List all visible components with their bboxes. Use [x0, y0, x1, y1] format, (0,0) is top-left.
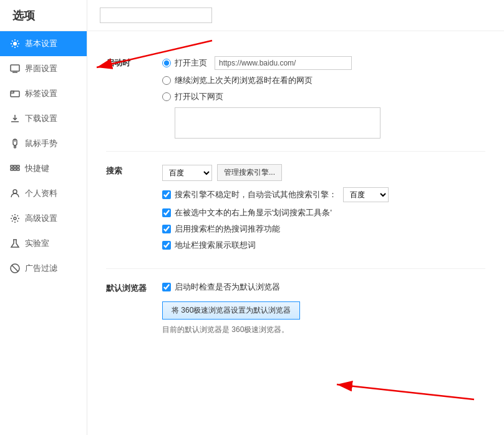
sidebar-item-profile[interactable]: 个人资料 — [0, 181, 87, 206]
url-input[interactable] — [215, 56, 352, 70]
svg-point-0 — [13, 42, 17, 46]
sidebar-item-label-mouse: 鼠标手势 — [25, 138, 57, 149]
radio-row-custom: 打开以下网页 — [162, 91, 485, 102]
profile-icon — [10, 188, 20, 198]
sidebar-item-download[interactable]: 下载设置 — [0, 106, 87, 131]
startup-content: 打开主页 继续浏览上次关闭浏览器时在看的网页 打开以下网页 — [162, 56, 485, 139]
default-browser-content: 启动时检查是否为默认浏览器 将 360极速浏览器设置为默认浏览器 目前的默认浏览… — [162, 281, 485, 335]
sidebar-item-interface[interactable]: 界面设置 — [0, 56, 87, 81]
radio-row-restore: 继续浏览上次关闭浏览器时在看的网页 — [162, 75, 485, 86]
settings-area: 启动时 打开主页 继续浏览上次关闭浏览器时在看的网页 打开以下网页 — [87, 31, 504, 360]
sidebar-item-label-profile: 个人资料 — [25, 188, 57, 199]
sidebar-item-label-adblock: 广告过滤 — [25, 263, 57, 274]
startup-section: 启动时 打开主页 继续浏览上次关闭浏览器时在看的网页 打开以下网页 — [106, 44, 485, 152]
adblock-icon — [10, 263, 20, 273]
set-default-browser-btn[interactable]: 将 360极速浏览器设置为默认浏览器 — [162, 301, 300, 320]
checkbox-hot[interactable] — [162, 225, 171, 233]
fallback-engine-select[interactable]: 百度 Google — [343, 187, 389, 202]
search-section: 搜索 百度 Google 必应 管理搜索引擎... 搜索引擎不稳定时，自动尝试其… — [106, 152, 485, 269]
svg-rect-9 — [17, 165, 19, 167]
checkbox-row-default: 启动时检查是否为默认浏览器 — [162, 281, 485, 293]
shortcut-icon — [10, 164, 20, 174]
sidebar-item-lab[interactable]: 实验室 — [0, 231, 87, 256]
sidebar-item-label-download: 下载设置 — [25, 113, 57, 124]
radio-restore-label: 继续浏览上次关闭浏览器时在看的网页 — [175, 75, 313, 86]
checkbox-fallback-label: 搜索引擎不稳定时，自动尝试其他搜索引擎： — [175, 189, 337, 200]
sidebar-item-tabs[interactable]: 标签设置 — [0, 81, 87, 106]
tabs-icon — [10, 89, 20, 99]
basic-icon — [10, 39, 20, 49]
svg-rect-11 — [14, 169, 16, 170]
search-input[interactable] — [100, 7, 212, 23]
startup-label: 启动时 — [106, 56, 162, 139]
checkbox-suggest-label: 地址栏搜索展示联想词 — [175, 240, 256, 251]
svg-line-21 — [337, 384, 474, 399]
svg-rect-1 — [11, 65, 19, 71]
search-content: 百度 Google 必应 管理搜索引擎... 搜索引擎不稳定时，自动尝试其他搜索… — [162, 164, 485, 256]
checkbox-default-label: 启动时检查是否为默认浏览器 — [175, 281, 280, 293]
svg-point-13 — [13, 190, 17, 193]
lab-icon — [10, 238, 20, 248]
checkbox-row-suggest: 地址栏搜索展示联想词 — [162, 240, 485, 251]
sidebar-item-label-tabs: 标签设置 — [25, 88, 57, 99]
search-engine-row: 百度 Google 必应 管理搜索引擎... — [162, 164, 485, 181]
checkbox-toolbar[interactable] — [162, 208, 171, 217]
sidebar-item-mouse[interactable]: 鼠标手势 — [0, 131, 87, 156]
top-bar — [87, 0, 504, 31]
radio-row-homepage: 打开主页 — [162, 56, 485, 70]
app-title: 选项 — [0, 0, 87, 31]
sidebar-item-shortcut[interactable]: 快捷键 — [0, 156, 87, 181]
active-item-arrow — [82, 39, 87, 49]
default-browser-info: 目前的默认浏览器是 360极速浏览器。 — [162, 325, 485, 335]
sidebar-item-label-interface: 界面设置 — [25, 63, 57, 74]
sidebar-item-label-shortcut: 快捷键 — [25, 163, 49, 174]
download-icon — [10, 114, 20, 124]
sidebar-item-label-lab: 实验室 — [25, 238, 49, 249]
svg-point-14 — [14, 217, 16, 220]
radio-restore[interactable] — [162, 76, 171, 85]
radio-homepage[interactable] — [162, 59, 171, 67]
custom-urls-textarea[interactable] — [175, 107, 380, 139]
search-engine-select[interactable]: 百度 Google 必应 — [162, 165, 212, 181]
svg-rect-12 — [17, 169, 19, 170]
radio-homepage-label: 打开主页 — [175, 57, 207, 69]
default-browser-section: 默认浏览器 启动时检查是否为默认浏览器 将 360极速浏览器设置为默认浏览器 目… — [106, 269, 485, 348]
svg-line-17 — [12, 265, 18, 271]
checkbox-fallback[interactable] — [162, 190, 171, 199]
interface-icon — [10, 64, 20, 74]
search-label: 搜索 — [106, 164, 162, 256]
sidebar-item-adblock[interactable]: 广告过滤 — [0, 256, 87, 281]
checkbox-suggest[interactable] — [162, 241, 171, 250]
sidebar-item-basic[interactable]: 基本设置 — [0, 31, 87, 56]
checkbox-row-toolbar: 在被选中文本的右上角显示'划词搜索工具条' — [162, 207, 485, 218]
sidebar-item-label-advanced: 高级设置 — [25, 213, 57, 224]
svg-rect-10 — [11, 169, 13, 170]
checkbox-toolbar-label: 在被选中文本的右上角显示'划词搜索工具条' — [175, 207, 332, 218]
sidebar-item-advanced[interactable]: 高级设置 — [0, 206, 87, 231]
radio-custom-label: 打开以下网页 — [175, 91, 223, 102]
checkbox-row-hot: 启用搜索栏的热搜词推荐功能 — [162, 223, 485, 235]
svg-rect-7 — [11, 165, 13, 167]
svg-rect-3 — [11, 91, 19, 97]
mouse-icon — [10, 139, 20, 149]
checkbox-hot-label: 启用搜索栏的热搜词推荐功能 — [175, 223, 280, 235]
checkbox-default-browser[interactable] — [162, 283, 171, 291]
advanced-icon — [10, 213, 20, 223]
radio-custom[interactable] — [162, 92, 171, 101]
default-browser-label: 默认浏览器 — [106, 281, 162, 335]
sidebar: 选项 基本设置界面设置标签设置下载设置鼠标手势快捷键个人资料高级设置实验室广告过… — [0, 0, 87, 435]
svg-point-6 — [14, 146, 16, 148]
svg-rect-8 — [14, 165, 16, 167]
manage-search-btn[interactable]: 管理搜索引擎... — [217, 164, 282, 181]
main-content: 启动时 打开主页 继续浏览上次关闭浏览器时在看的网页 打开以下网页 — [87, 0, 504, 435]
sidebar-item-label-basic: 基本设置 — [25, 38, 57, 49]
checkbox-row-fallback: 搜索引擎不稳定时，自动尝试其他搜索引擎： 百度 Google — [162, 187, 485, 202]
